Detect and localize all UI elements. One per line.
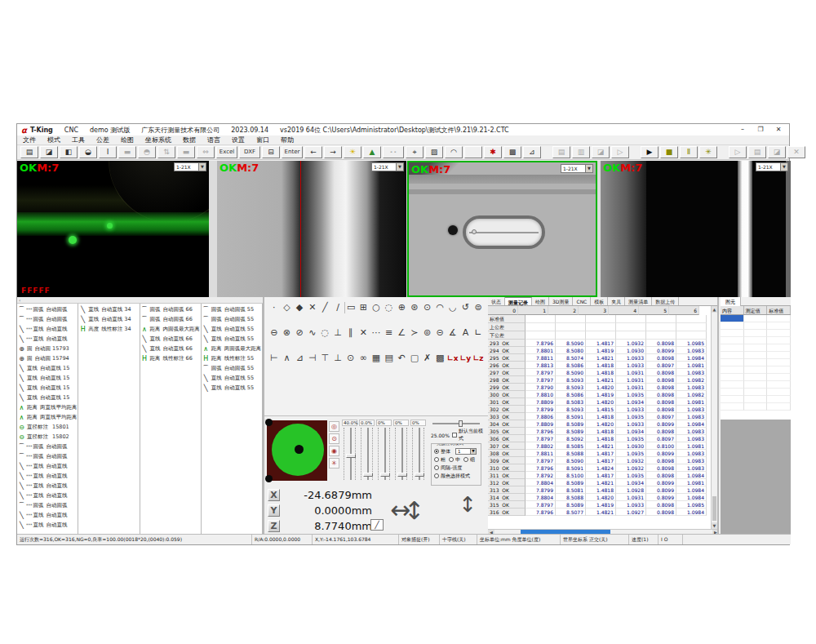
list-item[interactable]: ╲ *** 直线 自动直线 — [17, 481, 78, 491]
grid-column-header[interactable]: 3 — [579, 306, 609, 315]
list-item[interactable]: ╲ 直线 自动直线 55 — [202, 373, 262, 383]
list-item[interactable]: ╲ 直线 自动直线 34 — [78, 304, 139, 314]
camera4-magnification-select[interactable]: 1-21X▼ — [756, 162, 788, 171]
list-item[interactable]: ╲ 直线 自动直线 66 — [140, 334, 201, 344]
light-slider[interactable]: 0% — [375, 420, 392, 486]
toolbox-icon[interactable]: ∡ — [446, 327, 459, 339]
table-row[interactable]: 301 OK7.88098.50831.48201.09340.80981.09… — [488, 398, 712, 406]
toolbox-icon[interactable]: ∥ — [344, 327, 357, 339]
list-item[interactable]: ⌒ 圆弧 自动圆弧 55 — [202, 314, 262, 324]
radio-medium[interactable] — [449, 457, 454, 462]
toolbox-icon[interactable]: ⊕ — [395, 302, 408, 313]
table-row[interactable]: 300 OK7.88108.50861.48191.09350.80981.09… — [488, 391, 712, 398]
toolbox-icon[interactable]: ∟ — [472, 327, 485, 339]
list-item[interactable]: ╲ *** 直线 自动直线 — [17, 324, 78, 334]
toolbox-icon[interactable]: ⊿ — [293, 353, 306, 364]
list-item[interactable]: ╲ 直线 自动直线 15 — [17, 363, 78, 373]
light-mode-icon[interactable]: ◉ — [329, 446, 339, 456]
light-slider-track[interactable] — [378, 428, 390, 480]
table-row[interactable]: 316 OK7.87968.50771.48211.09270.80981.09… — [488, 509, 712, 516]
toolbar-button[interactable]: ⊿ — [523, 146, 541, 158]
toolbar-button[interactable]: ◠ — [445, 146, 463, 158]
toolbar-button[interactable] — [464, 146, 482, 158]
list-item[interactable]: ⊕ 圆 自动圆 15794 — [17, 353, 78, 363]
toolbar-button[interactable]: ◓ — [138, 146, 156, 158]
grid-column-header[interactable]: 4 — [609, 306, 639, 315]
table-row[interactable]: 307 OK7.88028.50851.48211.09300.81001.09… — [488, 442, 712, 450]
element-table-row[interactable] — [721, 366, 791, 374]
light-slider-thumb[interactable] — [346, 454, 356, 458]
close-button[interactable]: ✕ — [769, 124, 787, 135]
measurement-grid[interactable]: 0123456 标准值 上公差 下公差 293 OK7.87968. — [488, 306, 712, 516]
toolbar-button[interactable]: ← — [304, 146, 322, 158]
minimize-button[interactable]: – — [734, 124, 752, 135]
restore-button[interactable]: ❐ — [752, 124, 769, 135]
table-tab[interactable]: 夹具 — [608, 297, 625, 305]
toolbox-icon[interactable]: ↺ — [459, 302, 472, 313]
element-column-header[interactable]: 内容 — [721, 306, 744, 314]
light-slider[interactable]: 0.0% — [358, 420, 375, 486]
table-row[interactable]: 303 OK7.88068.50911.48181.09350.80971.09… — [488, 413, 712, 420]
toolbar-button[interactable]: ◪ — [592, 146, 610, 158]
list-item[interactable]: ╲ 直线 自动直线 34 — [78, 314, 139, 324]
table-row[interactable]: 299 OK7.87908.50931.48201.09310.80981.09… — [488, 384, 712, 391]
menu-item[interactable]: 坐标系统 — [140, 135, 177, 145]
list-item[interactable]: ╲ 直线 自动直线 15 — [17, 383, 78, 393]
table-row[interactable]: 297 OK7.87978.50901.48181.09310.80981.09… — [488, 369, 712, 376]
table-row[interactable]: 294 OK7.88018.50801.48191.09300.80991.09… — [488, 347, 712, 354]
element-table-row[interactable] — [721, 352, 791, 359]
list-item[interactable]: H 高度 线性标注 34 — [78, 324, 139, 334]
toolbox-icon[interactable]: ⊗ — [281, 327, 294, 339]
toolbox-icon[interactable]: ▩ — [433, 353, 446, 364]
vertical-scroll-thumb[interactable] — [712, 496, 716, 521]
trend-chart-button[interactable]: ╱ — [370, 519, 384, 531]
toolbox-icon[interactable]: ⊘ — [293, 327, 306, 339]
toolbar-button[interactable]: ▷ — [729, 146, 747, 158]
light-slider-track[interactable] — [412, 428, 424, 480]
scroll-up-icon[interactable]: ▲ — [712, 306, 717, 313]
table-row[interactable]: 315 OK7.87978.50891.48191.09330.80981.09… — [488, 501, 712, 509]
list-item[interactable]: ╲ 直线 自动直线 55 — [202, 334, 262, 344]
toolbar-button[interactable]: ■ — [660, 146, 678, 158]
table-row[interactable]: 304 OK7.88098.50891.48201.09330.80991.09… — [488, 420, 712, 428]
element-table-row[interactable] — [721, 374, 791, 381]
table-row[interactable]: 314 OK7.88048.50881.48201.09310.80991.09… — [488, 494, 712, 501]
toolbox-icon[interactable]: ⊤ — [319, 353, 332, 364]
toolbar-button[interactable]: ◧ — [60, 146, 78, 158]
toolbox-icon[interactable]: ∟y — [459, 353, 472, 364]
toolbar-button[interactable]: ⇔ — [197, 146, 215, 158]
toolbox-icon[interactable]: ⊙ — [344, 353, 357, 364]
toolbox-icon[interactable]: ◡ — [446, 302, 459, 313]
toolbox-icon[interactable]: A — [459, 327, 472, 339]
light-mode-icon[interactable]: ◎ — [329, 421, 339, 432]
light-slider[interactable]: 40.0% — [341, 420, 358, 486]
toolbar-button[interactable]: ✳ — [699, 146, 717, 158]
toolbox-icon[interactable]: ✗ — [421, 353, 434, 364]
toolbox-icon[interactable]: ◠ — [433, 302, 446, 313]
camera-view-1[interactable]: OKM:7 1-21X▼ FFFFF — [17, 161, 209, 297]
toolbar-button[interactable]: ⇅ — [157, 146, 175, 158]
list-item[interactable]: ⌒ 圆弧 自动圆弧 55 — [202, 304, 262, 314]
list-item[interactable]: ╲ 直线 自动直线 66 — [140, 344, 201, 353]
table-tab[interactable]: 模板 — [591, 297, 608, 305]
table-row[interactable]: 296 OK7.88138.50861.48181.09330.80971.09… — [488, 362, 712, 369]
toolbar-button[interactable]: ▬ — [177, 146, 195, 158]
light-slider[interactable]: 0% — [392, 420, 410, 486]
light-slider-track[interactable] — [361, 428, 373, 480]
z-jog-control[interactable]: ↕ — [459, 488, 477, 521]
toolbox-icon[interactable]: ▢ — [408, 353, 421, 364]
toolbox-icon[interactable]: ◌ — [383, 302, 396, 313]
toolbox-icon[interactable]: ∠ — [395, 327, 408, 339]
list-item[interactable]: ∧ 距离 内圆弧最大距离 — [140, 324, 201, 334]
element-table-row[interactable] — [721, 344, 791, 352]
camera-view-2[interactable]: OKM:7 1-21X▼ — [217, 161, 406, 297]
element-table-row[interactable] — [721, 315, 791, 322]
toolbox-icon[interactable]: ✕ — [357, 327, 370, 339]
toolbar-button[interactable]: ▤ — [552, 146, 570, 158]
table-tab[interactable]: 数据上传 — [652, 297, 679, 305]
table-tab[interactable]: CNC — [573, 297, 591, 305]
menu-item[interactable]: 窗口 — [251, 135, 275, 145]
toolbox-icon[interactable]: ✕ — [306, 302, 319, 313]
element-table-row[interactable] — [721, 359, 791, 366]
tolerance-row[interactable]: 下公差 — [488, 331, 712, 340]
